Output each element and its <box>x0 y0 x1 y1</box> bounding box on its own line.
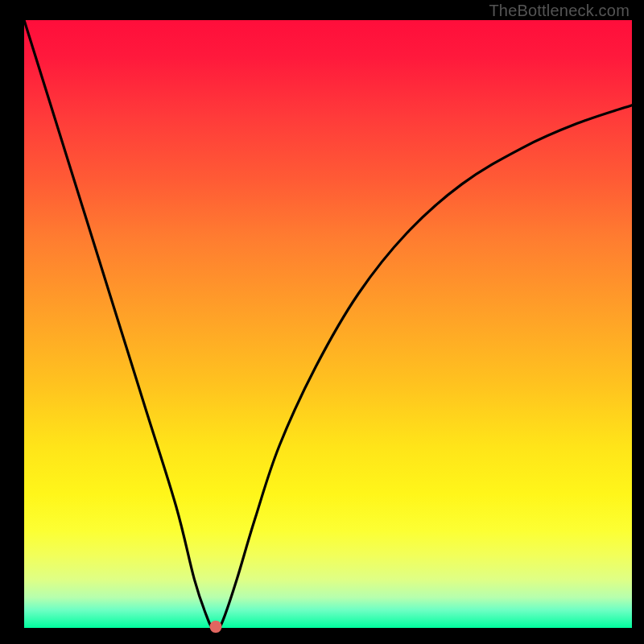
plot-area <box>24 20 632 628</box>
curve-path <box>24 20 632 630</box>
watermark-text: TheBottleneck.com <box>489 2 630 20</box>
bottleneck-curve <box>24 20 632 628</box>
vertex-marker <box>209 621 221 633</box>
